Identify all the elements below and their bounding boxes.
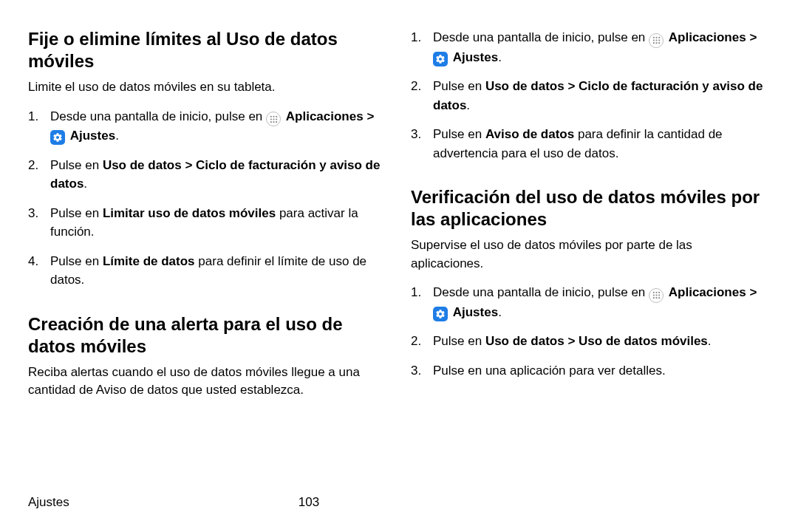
gear-icon (433, 307, 448, 321)
svg-point-6 (270, 121, 271, 123)
ajustes-label: Ajustes (70, 129, 115, 143)
svg-point-5 (276, 118, 277, 120)
list-item: Pulse en Limitar uso de datos móviles pa… (28, 204, 381, 242)
right-column: Desde una pantalla de inicio, pulse en A… (411, 28, 764, 480)
page-footer: Ajustes 103 (28, 495, 764, 510)
gear-icon (433, 52, 448, 66)
list-item: Desde una pantalla de inicio, pulse en A… (28, 107, 381, 146)
apps-label: Aplicaciones (669, 285, 746, 299)
chevron-right-icon: > (567, 79, 575, 93)
step-text: Pulse en (433, 334, 485, 348)
svg-point-9 (652, 37, 654, 38)
svg-point-19 (655, 292, 657, 293)
heading-create-alert: Creación de una alerta para el uso de da… (28, 313, 381, 358)
period: . (498, 50, 502, 64)
svg-point-0 (270, 115, 271, 117)
ajustes-label: Ajustes (453, 50, 498, 64)
ajustes-label: Ajustes (453, 305, 498, 319)
svg-point-3 (270, 118, 271, 120)
svg-point-26 (658, 297, 660, 299)
svg-point-20 (658, 292, 660, 293)
chevron-right-icon: > (185, 158, 192, 172)
list-item: Pulse en Uso de datos > Ciclo de factura… (28, 156, 381, 194)
gear-icon (50, 130, 65, 145)
bold-label: Uso de datos (485, 79, 565, 93)
content-columns: Fije o elimine límites al Uso de datos m… (28, 28, 764, 480)
list-item: Pulse en Límite de datos para definir el… (28, 252, 381, 290)
step-text: Pulse en (50, 206, 103, 220)
svg-point-7 (273, 121, 274, 123)
bold-label: Uso de datos móviles (579, 334, 708, 348)
bold-label: Límite de datos (103, 254, 195, 268)
period: . (115, 129, 119, 143)
intro-verify-usage: Supervise el uso de datos móviles por pa… (411, 236, 764, 273)
apps-grid-icon (649, 288, 664, 303)
period: . (466, 98, 470, 112)
svg-point-21 (652, 295, 654, 296)
bold-label: Aviso de datos (485, 127, 574, 141)
svg-point-23 (658, 295, 660, 296)
svg-point-18 (652, 292, 654, 293)
apps-grid-icon (649, 33, 664, 48)
chevron-right-icon: > (749, 285, 757, 299)
svg-point-14 (658, 39, 660, 41)
svg-point-22 (655, 295, 657, 296)
step-text: Desde una pantalla de inicio, pulse en (50, 109, 266, 123)
apps-grid-icon (266, 112, 281, 126)
period: . (498, 305, 502, 319)
svg-point-17 (658, 42, 660, 44)
apps-label: Aplicaciones (286, 109, 364, 123)
step-text: Desde una pantalla de inicio, pulse en (433, 30, 649, 44)
period: . (708, 334, 712, 348)
step-text: Pulse en (50, 254, 103, 268)
svg-point-25 (655, 297, 657, 299)
intro-set-limits: Limite el uso de datos móviles en su tab… (28, 78, 381, 97)
chevron-right-icon: > (749, 30, 757, 44)
left-column: Fije o elimine límites al Uso de datos m… (28, 28, 381, 480)
svg-point-2 (276, 115, 277, 117)
svg-point-8 (276, 121, 277, 123)
svg-point-24 (652, 297, 654, 299)
footer-page-number: 103 (299, 495, 319, 510)
step-text: Pulse en (433, 127, 485, 141)
list-item: Desde una pantalla de inicio, pulse en A… (411, 283, 764, 321)
list-item: Pulse en una aplicación para ver detalle… (411, 361, 764, 381)
svg-point-11 (658, 37, 660, 38)
intro-create-alert: Reciba alertas cuando el uso de datos mó… (28, 364, 381, 400)
step-text: Desde una pantalla de inicio, pulse en (433, 285, 649, 299)
list-item: Pulse en Aviso de datos para definir la … (411, 125, 764, 163)
list-item: Desde una pantalla de inicio, pulse en A… (411, 28, 764, 66)
list-item: Pulse en Uso de datos > Uso de datos móv… (411, 332, 764, 351)
steps-verify-usage: Desde una pantalla de inicio, pulse en A… (411, 283, 764, 380)
svg-point-4 (273, 118, 274, 120)
step-text: Pulse en (50, 158, 103, 172)
chevron-right-icon: > (567, 334, 575, 348)
svg-point-16 (655, 42, 657, 44)
heading-verify-usage: Verificación del uso de datos móviles po… (411, 186, 764, 231)
svg-point-13 (655, 39, 657, 41)
apps-label: Aplicaciones (669, 30, 746, 44)
steps-set-limits: Desde una pantalla de inicio, pulse en A… (28, 107, 381, 290)
svg-point-12 (652, 39, 654, 41)
bold-label: Uso de datos (103, 158, 182, 172)
svg-point-10 (655, 37, 657, 38)
list-item: Pulse en Uso de datos > Ciclo de factura… (411, 77, 764, 115)
footer-section-label: Ajustes (28, 495, 69, 510)
bold-label: Uso de datos (485, 334, 565, 348)
heading-set-limits: Fije o elimine límites al Uso de datos m… (28, 28, 381, 72)
steps-create-alert: Desde una pantalla de inicio, pulse en A… (411, 28, 764, 163)
svg-point-15 (652, 42, 654, 44)
step-text: Pulse en (433, 79, 485, 93)
bold-label: Limitar uso de datos móviles (103, 206, 276, 220)
step-text: Pulse en una aplicación para ver detalle… (433, 364, 666, 378)
chevron-right-icon: > (366, 109, 374, 123)
svg-point-1 (273, 115, 274, 117)
period: . (83, 177, 87, 191)
